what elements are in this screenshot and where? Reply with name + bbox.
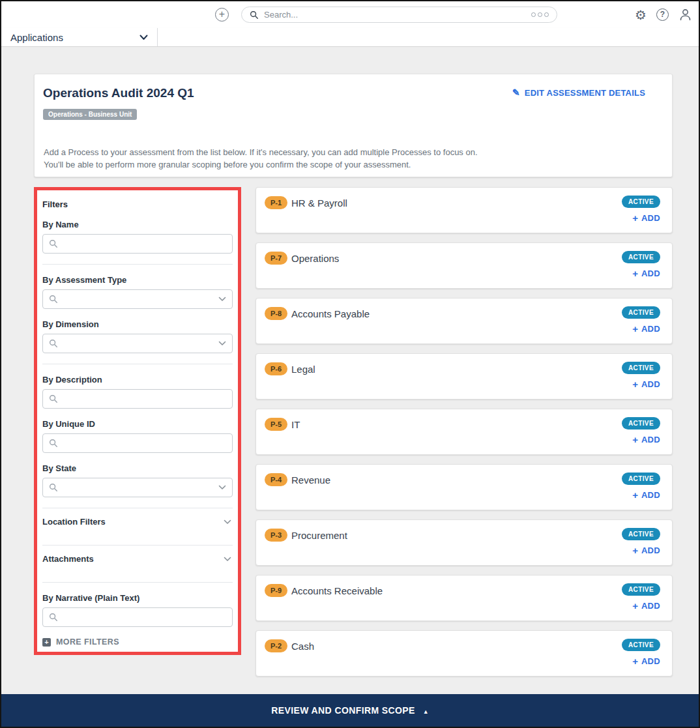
- add-button-label: ADD: [641, 213, 660, 223]
- process-id-badge: P-6: [265, 362, 287, 375]
- process-name: Cash: [291, 641, 314, 652]
- settings-gear-icon[interactable]: ⚙: [635, 8, 647, 22]
- filters-panel: Filters By NameBy Assessment TypeBy Dime…: [37, 190, 238, 652]
- description-line-2: You'll be able to perform more granular …: [44, 158, 478, 171]
- filters-annotation-box: Filters By NameBy Assessment TypeBy Dime…: [34, 187, 241, 655]
- add-button-label: ADD: [641, 379, 660, 389]
- search-icon: [49, 339, 58, 348]
- filter-text-input[interactable]: [63, 394, 226, 404]
- filter-divider: [42, 264, 233, 265]
- process-card: P-2CashACTIVE+ADD: [255, 630, 673, 677]
- user-icon[interactable]: [678, 8, 692, 22]
- top-bar-actions: ⚙ ?: [635, 1, 692, 28]
- plus-icon: +: [632, 545, 638, 556]
- status-badge: ACTIVE: [622, 306, 660, 319]
- status-badge: ACTIVE: [622, 417, 660, 430]
- add-process-button[interactable]: +ADD: [632, 323, 660, 334]
- add-button-label: ADD: [641, 601, 660, 611]
- process-list: P-1HR & PayrollACTIVE+ADDP-7OperationsAC…: [255, 187, 673, 677]
- status-badge: ACTIVE: [622, 639, 660, 651]
- filter-field-label: By Name: [42, 220, 233, 229]
- search-icon: [49, 613, 58, 622]
- add-button-label: ADD: [641, 546, 660, 555]
- more-filters-button[interactable]: + MORE FILTERS: [42, 637, 233, 647]
- process-name: Revenue: [291, 474, 330, 486]
- filter-field-label: By State: [42, 463, 233, 473]
- process-name: Legal: [291, 364, 315, 375]
- process-card: P-1HR & PayrollACTIVE+ADD: [255, 187, 673, 233]
- process-id-badge: P-8: [265, 307, 287, 320]
- add-process-button[interactable]: +ADD: [632, 545, 660, 556]
- review-and-confirm-scope-bar[interactable]: REVIEW AND CONFIRM SCOPE ▲: [1, 694, 699, 727]
- plus-icon: +: [632, 379, 638, 390]
- global-search[interactable]: [241, 7, 557, 23]
- search-icon: [49, 239, 58, 248]
- filter-select-input[interactable]: [42, 334, 233, 353]
- filter-section-label: Location Filters: [42, 517, 106, 527]
- filter-text-input[interactable]: [63, 483, 214, 493]
- filter-collapsible-section[interactable]: Location Filters: [42, 508, 233, 534]
- plus-icon: +: [632, 600, 638, 611]
- filter-search-input[interactable]: [42, 234, 233, 254]
- process-card: P-8Accounts PayableACTIVE+ADD: [255, 298, 673, 344]
- help-icon[interactable]: ?: [656, 8, 669, 21]
- filter-search-input[interactable]: [42, 607, 233, 627]
- process-name: IT: [291, 419, 300, 430]
- plus-icon: +: [632, 434, 638, 445]
- create-new-icon[interactable]: +: [215, 8, 229, 22]
- add-button-label: ADD: [641, 656, 660, 666]
- process-name: Accounts Receivable: [291, 585, 383, 596]
- add-process-button[interactable]: +ADD: [632, 489, 660, 501]
- process-name: Operations: [291, 253, 339, 264]
- process-card: P-6LegalACTIVE+ADD: [255, 353, 673, 400]
- add-process-button[interactable]: +ADD: [632, 268, 660, 279]
- filter-text-input[interactable]: [63, 439, 226, 448]
- search-input[interactable]: [264, 10, 526, 20]
- edit-assessment-details-link[interactable]: ✎ EDIT ASSESSMENT DETAILS: [512, 87, 645, 98]
- add-process-button[interactable]: +ADD: [632, 656, 660, 667]
- process-name: Accounts Payable: [291, 308, 370, 319]
- filter-collapsible-section[interactable]: Attachments: [42, 546, 233, 572]
- filter-search-input[interactable]: [42, 433, 233, 453]
- add-process-button[interactable]: +ADD: [632, 600, 660, 611]
- process-card: P-9Accounts ReceivableACTIVE+ADD: [255, 575, 673, 621]
- add-process-button[interactable]: +ADD: [632, 212, 660, 224]
- process-id-badge: P-3: [265, 529, 287, 542]
- plus-icon: +: [632, 212, 638, 224]
- review-and-confirm-scope-label: REVIEW AND CONFIRM SCOPE: [271, 705, 415, 716]
- filter-field-label: By Description: [42, 375, 233, 385]
- filter-select-input[interactable]: [42, 478, 233, 497]
- search-icon: [49, 439, 58, 448]
- search-icon: [250, 10, 259, 20]
- more-options-icon[interactable]: [531, 12, 549, 17]
- add-process-button[interactable]: +ADD: [632, 379, 660, 390]
- process-id-badge: P-1: [265, 196, 287, 209]
- add-button-label: ADD: [641, 490, 660, 500]
- plus-icon: +: [632, 489, 638, 501]
- filter-divider: [42, 582, 233, 583]
- filter-search-input[interactable]: [42, 389, 233, 409]
- pencil-icon: ✎: [512, 87, 520, 98]
- filter-select-input[interactable]: [42, 289, 233, 309]
- status-badge: ACTIVE: [622, 251, 660, 263]
- filter-text-input[interactable]: [63, 613, 226, 622]
- filter-text-input[interactable]: [63, 339, 214, 349]
- applications-dropdown[interactable]: Applications: [1, 28, 158, 46]
- process-id-badge: P-4: [265, 473, 287, 486]
- filter-text-input[interactable]: [63, 239, 226, 249]
- chevron-down-icon: [139, 35, 148, 40]
- add-button-label: ADD: [641, 269, 660, 278]
- process-card: P-7OperationsACTIVE+ADD: [255, 242, 673, 289]
- filter-text-input[interactable]: [63, 295, 214, 304]
- assessment-description: Add a Process to your assessment from th…: [44, 146, 478, 171]
- chevron-down-icon: [218, 485, 226, 490]
- assessment-header-card: Operations Audit 2024 Q1 Operations - Bu…: [34, 74, 673, 177]
- process-id-badge: P-5: [265, 418, 287, 431]
- process-card: P-3ProcurementACTIVE+ADD: [255, 519, 673, 566]
- add-process-button[interactable]: +ADD: [632, 434, 660, 445]
- top-bar: + ⚙ ?: [1, 1, 699, 28]
- expand-up-icon: ▲: [423, 706, 429, 715]
- status-badge: ACTIVE: [622, 196, 660, 208]
- applications-dropdown-label: Applications: [10, 32, 139, 43]
- add-button-label: ADD: [641, 435, 660, 444]
